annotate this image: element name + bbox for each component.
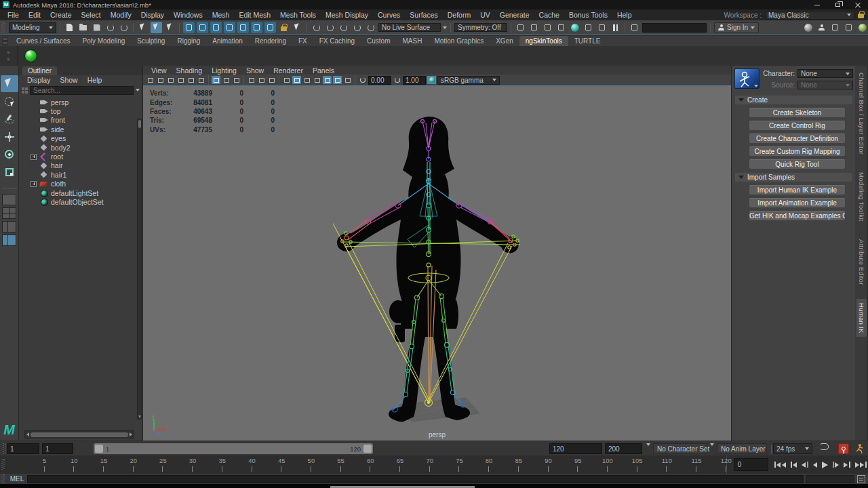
sidebar-tab[interactable]: Human IK	[856, 299, 867, 338]
auto-keyframe-button[interactable]	[838, 443, 849, 454]
select-hierarchy-button[interactable]	[137, 22, 149, 33]
menu-set-dropdown[interactable]: Modeling	[9, 22, 56, 33]
script-editor-icon[interactable]	[857, 475, 865, 483]
shelf-tab[interactable]: Custom	[361, 36, 396, 46]
shelf-tab[interactable]: Poly Modeling	[76, 36, 131, 46]
menu-item[interactable]: Modify	[106, 11, 136, 19]
sidebar-tab[interactable]: Attribute Editor	[856, 235, 867, 289]
render-current-frame-button[interactable]	[528, 22, 540, 33]
shelf-tab[interactable]: MASH	[396, 36, 428, 46]
modeling-toolkit-toggle[interactable]	[802, 22, 814, 33]
step-back-frame-button[interactable]	[789, 460, 799, 470]
character-figure[interactable]	[333, 113, 530, 425]
scroll-down-arrow[interactable]	[138, 415, 141, 418]
humanik-toggle[interactable]	[816, 22, 827, 33]
viewport-menu-item[interactable]: Renderer	[269, 66, 309, 75]
exposure-field[interactable]: 0.00	[368, 76, 391, 85]
shaded-mode-button[interactable]	[222, 76, 231, 84]
shelf-tab[interactable]: Curves / Surfaces	[10, 36, 76, 46]
create-action-button[interactable]: Create Custom Rig Mapping	[749, 146, 845, 156]
snap-to-grid-button[interactable]	[183, 22, 195, 33]
viewport-menu-item[interactable]: Shading	[172, 66, 208, 75]
viewport-canvas[interactable]: Verts: 43889 0 0 Edges: 84081 0 0	[143, 85, 731, 441]
sign-in-button[interactable]: Sign In	[714, 22, 759, 33]
exposure-toggle-button[interactable]	[313, 76, 321, 84]
menu-item[interactable]: Cache	[534, 11, 564, 19]
snap-to-point-button[interactable]	[210, 22, 222, 33]
lasso-tool[interactable]	[1, 93, 18, 110]
select-camera-button[interactable]	[146, 76, 155, 84]
outliner-node-row[interactable]: defaultObjectSet	[19, 197, 142, 206]
shadows-button[interactable]	[257, 76, 266, 84]
range-slider[interactable]: 1 120	[94, 443, 373, 454]
scrollbar-thumb[interactable]	[138, 120, 142, 128]
chevron-down-icon[interactable]	[646, 443, 650, 446]
expand-toggle[interactable]	[31, 154, 37, 160]
grip-handle[interactable]	[1, 474, 5, 485]
menu-item[interactable]: File	[3, 11, 24, 19]
quick-selection-input[interactable]	[642, 23, 707, 33]
scroll-left-arrow[interactable]	[26, 432, 29, 436]
outliner-node-row[interactable]: side	[19, 125, 142, 134]
textured-mode-button[interactable]	[232, 76, 241, 84]
animation-end-field[interactable]	[605, 443, 642, 454]
restore-button[interactable]	[827, 0, 848, 9]
symmetry-field[interactable]: Symmetry: Off	[454, 23, 507, 32]
outliner-menu-item[interactable]: Help	[83, 76, 106, 84]
menu-item[interactable]: Mesh Display	[321, 11, 373, 19]
viewport-menu-item[interactable]: Show	[242, 66, 269, 75]
gamma-icon[interactable]	[393, 76, 401, 84]
sidebar-tab[interactable]: Modeling Toolkit	[856, 168, 867, 226]
outliner-node-row[interactable]: hair1	[19, 170, 142, 179]
viewport-menu-item[interactable]: View	[147, 66, 172, 75]
outliner-vertical-scrollbar[interactable]	[137, 119, 142, 420]
grip-handle[interactable]	[1, 459, 5, 470]
outliner-node-row[interactable]: root	[19, 152, 142, 161]
outliner-node-row[interactable]: eyes	[19, 134, 142, 143]
import-action-button[interactable]: Import Animation Example	[749, 198, 845, 207]
outliner-node-row[interactable]: body2	[19, 143, 142, 152]
go-to-start-button[interactable]	[772, 460, 787, 470]
two-d-pan-zoom-button[interactable]	[197, 76, 205, 84]
menu-item[interactable]: Windows	[169, 11, 208, 19]
gamma-field[interactable]: 1.00	[403, 76, 426, 85]
menu-item[interactable]: Edit	[24, 11, 45, 19]
menu-item[interactable]: Mesh	[208, 11, 235, 19]
scale-tool[interactable]	[1, 163, 18, 180]
create-action-button[interactable]: Create Control Rig	[749, 121, 845, 130]
undo-button[interactable]	[104, 22, 116, 33]
chevron-down-icon[interactable]	[710, 443, 714, 446]
time-slider-ruler[interactable]: 5 10 15 20 25 30	[15, 455, 727, 474]
use-default-material-button[interactable]	[247, 76, 256, 84]
menu-item[interactable]: Select	[77, 11, 106, 19]
shelf-tab[interactable]: Rendering	[249, 36, 292, 46]
surface-snap-button[interactable]	[351, 22, 363, 33]
outliner-menu-item[interactable]: Show	[56, 76, 81, 84]
color-management-icon[interactable]	[427, 76, 436, 84]
render-view-button[interactable]	[515, 22, 526, 33]
shelf-tab[interactable]: Rigging	[171, 36, 206, 46]
range-end-handle[interactable]	[363, 445, 372, 453]
outliner-node-row[interactable]: cloth	[19, 180, 142, 188]
search-input[interactable]	[30, 86, 134, 95]
pause-viewport-button[interactable]	[610, 22, 621, 33]
source-dropdown[interactable]: None	[797, 81, 853, 89]
anim-layer-field[interactable]: No Anim Layer	[717, 443, 767, 454]
menu-item[interactable]: Surfaces	[405, 11, 442, 19]
shelf-tab[interactable]: XGen	[490, 36, 519, 46]
select-object-button[interactable]	[151, 22, 162, 33]
shelf-tab[interactable]: Sculpting	[131, 36, 171, 46]
grease-pencil-button[interactable]	[343, 76, 352, 84]
shelf-tab[interactable]: Motion Graphics	[428, 36, 490, 46]
outliner-title-tab[interactable]: Outliner	[22, 66, 57, 75]
menu-item[interactable]: Bonus Tools	[564, 11, 612, 19]
play-forwards-button[interactable]	[820, 460, 829, 470]
create-action-button[interactable]: Quick Rig Tool	[749, 159, 845, 169]
humanik-character-icon[interactable]	[734, 68, 760, 89]
menu-item[interactable]: Create	[45, 11, 77, 19]
shelf-tab[interactable]: FX Caching	[313, 36, 361, 46]
step-back-key-button[interactable]	[800, 460, 810, 470]
ik-handle-snap-button[interactable]	[324, 22, 336, 33]
menu-item[interactable]: Curves	[373, 11, 405, 19]
current-frame-field[interactable]: 0	[734, 458, 768, 471]
